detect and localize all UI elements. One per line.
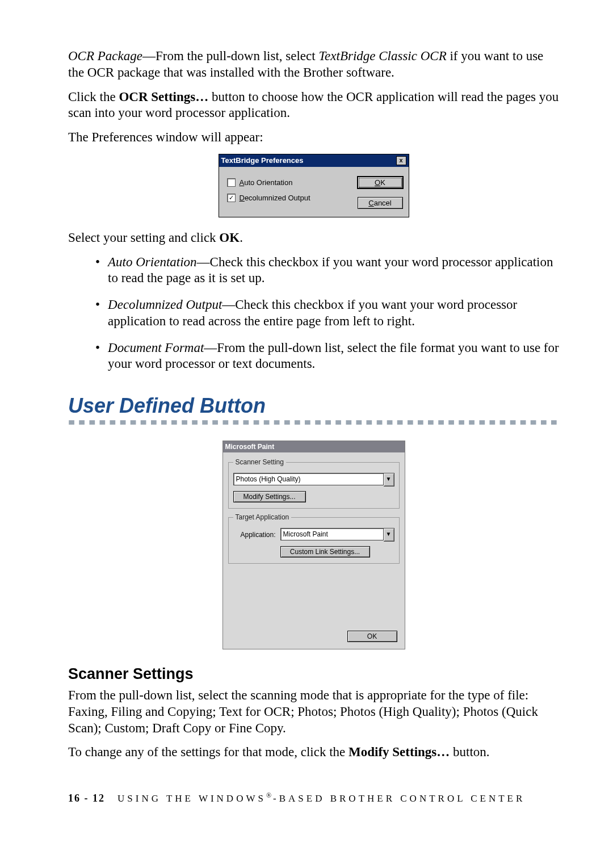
scanner-setting-legend: Scanner Setting	[233, 458, 286, 466]
custom-link-row: Custom Link Settings...	[233, 546, 394, 557]
paragraph-scanner-settings: From the pull-down list, select the scan…	[68, 687, 559, 736]
auto-orientation-row: Auto Orientation	[227, 178, 343, 187]
label-ocr-settings: OCR Settings…	[119, 90, 208, 104]
term-ocr-package: OCR Package	[68, 49, 142, 63]
dialog-title-text: Microsoft Paint	[225, 443, 275, 451]
ok-button[interactable]: OK	[347, 631, 397, 642]
application-label: Application:	[233, 531, 276, 539]
term-textbridge: TextBridge Classic OCR	[318, 49, 446, 63]
dialog-titlebar: TextBridge Preferences x	[219, 154, 409, 167]
paragraph-ocr-settings: Click the OCR Settings… button to choose…	[68, 89, 559, 122]
page-footer: 16 - 12 USING THE WINDOWS®-BASED BROTHER…	[68, 769, 559, 804]
footer-chapter-title: USING THE WINDOWS®-BASED BROTHER CONTROL…	[117, 793, 525, 804]
label-modify-settings: Modify Settings…	[349, 745, 450, 759]
section-divider: ■■■■■■■■■■■■■■■■■■■■■■■■■■■■■■■■■■■■■■■■…	[68, 420, 559, 425]
dialog-body: Auto Orientation ✓ Decolumnized Output O…	[219, 167, 409, 217]
modify-settings-button[interactable]: Modify Settings...	[233, 491, 306, 502]
scanner-setting-group: Scanner Setting Photos (High Quality) ▼ …	[228, 458, 400, 509]
dialog-title-text: TextBridge Preferences	[221, 156, 304, 165]
application-row: Application: Microsoft Paint ▼	[233, 528, 394, 542]
paragraph-select-ok: Select your setting and click OK.	[68, 230, 559, 246]
microsoft-paint-dialog: Microsoft Paint Scanner Setting Photos (…	[222, 441, 405, 649]
ok-row: OK	[228, 631, 400, 644]
registered-icon: ®	[266, 791, 273, 799]
chevron-down-icon[interactable]: ▼	[384, 528, 394, 542]
application-value: Microsoft Paint	[280, 528, 384, 540]
dialog-titlebar: Microsoft Paint	[223, 441, 405, 452]
application-combo[interactable]: Microsoft Paint ▼	[280, 528, 394, 542]
decolumnized-output-label: Decolumnized Output	[240, 194, 310, 202]
bullet-document-format: Document Format—From the pull-down list,…	[68, 340, 559, 373]
bullet-auto-orientation: Auto Orientation—Check this checkbox if …	[68, 254, 559, 287]
page-number: 16 - 12	[68, 792, 105, 804]
paragraph-modify-settings: To change any of the settings for that m…	[68, 744, 559, 761]
scan-mode-value: Photos (High Quality)	[233, 473, 384, 485]
bullet-decolumnized-output: Decolumnized Output—Check this checkbox …	[68, 297, 559, 330]
paragraph-ocr-package: OCR Package—From the pull-down list, sel…	[68, 48, 559, 81]
heading-scanner-settings: Scanner Settings	[68, 665, 559, 683]
chevron-down-icon[interactable]: ▼	[384, 473, 394, 487]
paragraph-preferences-intro: The Preferences window will appear:	[68, 129, 559, 146]
heading-user-defined-button: User Defined Button	[68, 394, 559, 418]
options-panel: Auto Orientation ✓ Decolumnized Output	[227, 176, 343, 209]
target-application-legend: Target Application	[233, 513, 292, 521]
document-page: OCR Package—From the pull-down list, sel…	[0, 0, 613, 838]
cancel-button[interactable]: Cancel	[358, 197, 403, 209]
label-ok: OK	[219, 230, 240, 245]
dialog-body: Scanner Setting Photos (High Quality) ▼ …	[223, 452, 405, 649]
auto-orientation-label: Auto Orientation	[240, 178, 293, 187]
auto-orientation-checkbox[interactable]	[227, 178, 236, 187]
scan-mode-combo[interactable]: Photos (High Quality) ▼	[233, 473, 394, 487]
custom-link-settings-button[interactable]: Custom Link Settings...	[280, 546, 370, 557]
textbridge-preferences-dialog: TextBridge Preferences x Auto Orientatio…	[219, 154, 409, 217]
target-application-group: Target Application Application: Microsof…	[228, 513, 400, 564]
dialog-spacer	[228, 568, 400, 631]
options-bullet-list: Auto Orientation—Check this checkbox if …	[68, 254, 559, 373]
close-icon[interactable]: x	[396, 156, 406, 165]
ok-button[interactable]: OK	[357, 176, 404, 189]
button-panel: OK Cancel	[360, 176, 401, 209]
decolumnized-output-row: ✓ Decolumnized Output	[227, 194, 343, 202]
decolumnized-output-checkbox[interactable]: ✓	[227, 194, 236, 202]
